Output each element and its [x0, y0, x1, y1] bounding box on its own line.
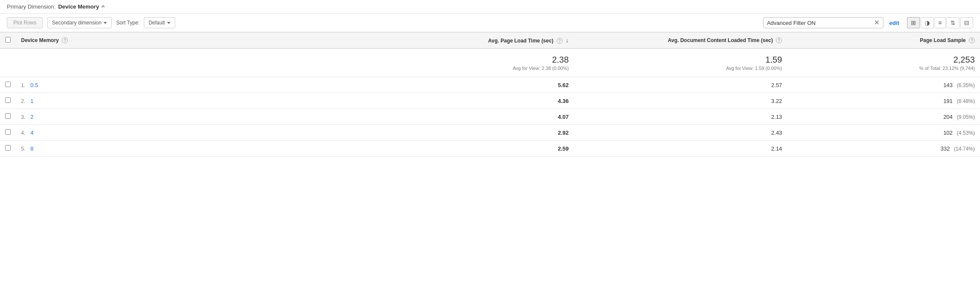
select-all-checkbox[interactable]: [5, 37, 11, 42]
col-avg-load-label: Avg. Page Load Time (sec): [488, 38, 554, 44]
col-header-avg-load: Avg. Page Load Time (sec) ? ↓: [380, 33, 574, 49]
row-avg-doc-value-0: 2.57: [579, 82, 782, 88]
summary-page-sample-cell: 2,253 % of Total: 23.12% (9,744): [787, 48, 980, 77]
row-checkbox-cell-0: [0, 77, 16, 93]
avg-doc-help-icon[interactable]: ?: [776, 37, 782, 43]
row-page-sample-cell-2: 204 (9.05%): [787, 109, 980, 125]
table-icon: ⊟: [964, 19, 969, 26]
row-checkbox-3[interactable]: [5, 129, 11, 135]
row-avg-load-value-0: 5.62: [386, 82, 569, 88]
row-checkbox-cell-2: [0, 109, 16, 125]
row-checkbox-1[interactable]: [5, 97, 11, 103]
row-page-sample-cell-3: 102 (4.53%): [787, 125, 980, 141]
page-sample-help-icon[interactable]: ?: [969, 37, 975, 43]
secondary-dimension-arrow-icon: [103, 22, 107, 24]
col-device-memory-label: Device Memory: [21, 37, 59, 43]
row-pct-value-2: (9.05%): [957, 114, 975, 120]
row-avg-doc-value-1: 3.22: [579, 98, 782, 104]
row-avg-load-cell-0: 5.62: [380, 77, 574, 93]
row-avg-load-value-1: 4.36: [386, 98, 569, 104]
edit-filter-link[interactable]: edit: [889, 20, 899, 26]
pie-icon: ◑: [925, 19, 930, 26]
view-icons-group: ⊞ ◑ ≡ ⇅ ⊟: [907, 17, 973, 28]
row-dimension-link-2[interactable]: 2: [30, 114, 33, 120]
plot-rows-button[interactable]: Plot Rows: [7, 17, 43, 28]
row-dimension-link-0[interactable]: 0.5: [30, 82, 38, 88]
avg-load-help-icon[interactable]: ?: [557, 38, 563, 44]
row-avg-doc-value-4: 2.14: [579, 145, 782, 152]
row-avg-load-value-3: 2.92: [386, 130, 569, 136]
summary-row: 2.38 Avg for View: 2.38 (0.00%) 1.59 Avg…: [0, 48, 980, 77]
advanced-filter-input[interactable]: [767, 20, 871, 26]
row-checkbox-0[interactable]: [5, 82, 11, 87]
row-avg-load-value-4: 2.59: [386, 145, 569, 152]
table-view-button[interactable]: ⊟: [960, 17, 973, 28]
pivot-icon: ⇅: [950, 19, 956, 26]
table-row: 3. 2 4.07 2.13 204 (9.05%): [0, 109, 980, 125]
row-avg-load-value-2: 4.07: [386, 114, 569, 120]
row-pct-value-4: (14.74%): [954, 146, 975, 152]
row-avg-load-cell-1: 4.36: [380, 93, 574, 109]
row-page-sample-value-3: 102: [943, 130, 953, 136]
primary-dimension-label: Primary Dimension:: [7, 3, 55, 10]
row-number-2: 3.: [21, 114, 25, 120]
sort-type-dropdown[interactable]: Default: [144, 17, 175, 28]
col-header-avg-doc: Avg. Document Content Loaded Time (sec) …: [574, 33, 787, 49]
row-avg-doc-value-2: 2.13: [579, 114, 782, 120]
summary-page-sample-value: 2,253: [792, 55, 975, 65]
secondary-dimension-dropdown[interactable]: Secondary dimension: [47, 17, 112, 28]
row-avg-doc-cell-3: 2.43: [574, 125, 787, 141]
row-number-1: 2.: [21, 98, 25, 104]
pie-view-button[interactable]: ◑: [921, 17, 934, 28]
col-page-sample-label: Page Load Sample: [920, 37, 966, 43]
row-number-4: 5.: [21, 146, 25, 152]
compare-icon: ≡: [938, 19, 942, 26]
toolbar: Plot Rows Secondary dimension Sort Type:…: [0, 14, 980, 32]
col-avg-doc-label: Avg. Document Content Loaded Time (sec): [668, 37, 773, 43]
sort-type-arrow-icon: [167, 22, 170, 24]
primary-dimension-bar: Primary Dimension: Device Memory: [0, 0, 980, 14]
summary-avg-load-value: 2.38: [386, 55, 569, 65]
grid-view-button[interactable]: ⊞: [907, 17, 920, 28]
row-pct-value-1: (8.48%): [957, 98, 975, 104]
row-dimension-cell-1: 2. 1: [16, 93, 380, 109]
summary-avg-doc-cell: 1.59 Avg for View: 1.59 (0.00%): [574, 48, 787, 77]
sort-type-label: Sort Type:: [116, 20, 139, 26]
sort-default-label: Default: [149, 20, 165, 26]
row-dimension-cell-0: 1. 0.5: [16, 77, 380, 93]
row-page-sample-value-2: 204: [943, 114, 953, 120]
filter-close-icon[interactable]: ✕: [874, 19, 880, 26]
summary-dimension-cell: [16, 48, 380, 77]
summary-checkbox-cell: [0, 48, 16, 77]
row-avg-doc-cell-0: 2.57: [574, 77, 787, 93]
device-memory-help-icon[interactable]: ?: [62, 37, 68, 43]
row-page-sample-value-4: 332: [940, 145, 950, 152]
row-page-sample-cell-1: 191 (8.48%): [787, 93, 980, 109]
row-page-sample-value-1: 191: [943, 98, 953, 104]
table-row: 4. 4 2.92 2.43 102 (4.53%): [0, 125, 980, 141]
primary-dimension-caret[interactable]: [101, 5, 105, 7]
row-dimension-cell-2: 3. 2: [16, 109, 380, 125]
row-dimension-link-3[interactable]: 4: [30, 130, 33, 136]
row-dimension-link-4[interactable]: 8: [30, 145, 33, 152]
compare-view-button[interactable]: ≡: [934, 17, 946, 28]
pivot-view-button[interactable]: ⇅: [947, 17, 959, 28]
table-row: 2. 1 4.36 3.22 191 (8.48%): [0, 93, 980, 109]
row-avg-doc-cell-2: 2.13: [574, 109, 787, 125]
row-page-sample-cell-4: 332 (14.74%): [787, 141, 980, 157]
row-checkbox-4[interactable]: [5, 145, 11, 151]
data-table: Device Memory ? Avg. Page Load Time (sec…: [0, 32, 980, 157]
table-header-row: Device Memory ? Avg. Page Load Time (sec…: [0, 33, 980, 49]
row-dimension-link-1[interactable]: 1: [30, 98, 33, 104]
secondary-dimension-label: Secondary dimension: [52, 20, 101, 26]
row-checkbox-2[interactable]: [5, 113, 11, 119]
summary-avg-doc-value: 1.59: [579, 55, 782, 65]
avg-load-sort-icon[interactable]: ↓: [566, 37, 569, 44]
row-avg-doc-cell-1: 3.22: [574, 93, 787, 109]
grid-icon: ⊞: [911, 19, 916, 26]
table-row: 5. 8 2.59 2.14 332 (14.74%): [0, 141, 980, 157]
select-all-cell: [0, 33, 16, 49]
col-header-page-sample: Page Load Sample ?: [787, 33, 980, 49]
row-dimension-cell-4: 5. 8: [16, 141, 380, 157]
row-pct-value-3: (4.53%): [957, 130, 975, 136]
